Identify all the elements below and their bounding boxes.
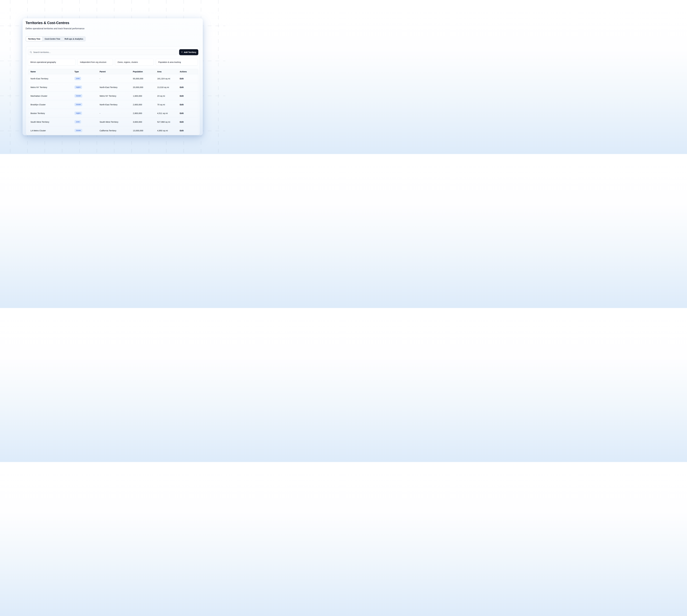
- edit-button[interactable]: Edit: [180, 104, 198, 106]
- search-icon: [30, 51, 32, 53]
- column-header-area: Area: [157, 70, 180, 73]
- type-badge-cluster: cluster: [74, 129, 82, 132]
- type-badge-region: region: [74, 86, 82, 89]
- cell-area: 23 sq mi: [157, 95, 180, 97]
- column-header-parent: Parent: [99, 70, 133, 73]
- column-header-name: Name: [30, 70, 74, 73]
- info-chip-mirrors-operational-geography: Mirrors operational geography: [28, 59, 75, 66]
- table-row-south-west-territory: South-West TerritoryzoneSouth-West Terri…: [28, 117, 198, 126]
- add-territory-label: Add Territory: [184, 51, 196, 53]
- cell-type: zone: [74, 77, 99, 80]
- type-badge-cluster: cluster: [74, 103, 82, 106]
- column-header-population: Population: [133, 70, 157, 73]
- cell-area: 70 sq mi: [157, 104, 180, 106]
- table-row-manhattan-cluster: Manhattan ClusterclusterMetro NY Territo…: [28, 91, 198, 100]
- add-territory-button[interactable]: + Add Territory: [179, 49, 198, 55]
- cell-area: 527,968 sq mi: [157, 121, 180, 123]
- edit-button[interactable]: Edit: [180, 95, 198, 97]
- type-badge-cluster: cluster: [74, 94, 82, 97]
- cell-name: Manhattan Cluster: [30, 95, 74, 97]
- tab-bar: Territory TreeCost-Centre TreeRoll-ups &…: [26, 36, 86, 42]
- cell-population: 1,600,000: [133, 95, 157, 97]
- cell-population: 2,800,000: [133, 112, 157, 114]
- cell-name: Metro NY Territory: [30, 86, 74, 88]
- edit-button[interactable]: Edit: [180, 121, 198, 123]
- search-box: [28, 49, 177, 55]
- cell-area: 4,511 sq mi: [157, 112, 180, 114]
- edit-button[interactable]: Edit: [180, 112, 198, 114]
- edit-button[interactable]: Edit: [180, 86, 198, 88]
- cell-type: cluster: [74, 129, 99, 132]
- cell-area: 13,318 sq mi: [157, 86, 180, 88]
- cell-population: 20,000,000: [133, 86, 157, 88]
- type-badge-zone: zone: [74, 77, 81, 80]
- table-row-brooklyn-cluster: Brooklyn ClusterclusterNorth-East Territ…: [28, 100, 198, 109]
- table-row-metro-ny-territory: Metro NY TerritoryregionNorth-East Terri…: [28, 83, 198, 91]
- cell-population: 55,000,000: [133, 78, 157, 80]
- cell-name: North-East Territory: [30, 78, 74, 80]
- table-row-north-east-territory: North-East Territoryzone-55,000,000181,3…: [28, 74, 198, 83]
- table-row-boston-territory: Boston Territoryregion-2,800,0004,511 sq…: [28, 109, 198, 117]
- cell-parent: California Territory: [99, 129, 133, 132]
- column-header-type: Type: [74, 70, 99, 73]
- cell-population: 13,000,000: [133, 129, 157, 132]
- page-title: Territories & Cost-Centres: [26, 21, 69, 25]
- cell-parent: Metro NY Territory: [99, 95, 133, 97]
- cell-parent: South-West Territory: [99, 121, 133, 123]
- cell-type: cluster: [74, 94, 99, 97]
- cell-parent: -: [99, 78, 133, 80]
- cell-area: 181,324 sq mi: [157, 78, 180, 80]
- info-chip-zones-regions-clusters: Zones, regions, clusters: [115, 59, 154, 66]
- search-input[interactable]: [33, 51, 176, 53]
- table-header: NameTypeParentPopulationAreaActions: [28, 69, 198, 74]
- edit-button[interactable]: Edit: [180, 129, 198, 132]
- cell-name: South-West Territory: [30, 121, 74, 123]
- table-body: North-East Territoryzone-55,000,000181,3…: [28, 74, 198, 135]
- cell-type: zone: [74, 120, 99, 124]
- cell-name: Brooklyn Cluster: [30, 104, 74, 106]
- tab-territory-tree[interactable]: Territory Tree: [26, 37, 42, 41]
- cell-name: LA Metro Cluster: [30, 129, 74, 132]
- territories-table: NameTypeParentPopulationAreaActions Nort…: [28, 69, 198, 135]
- tab-cost-centre-tree[interactable]: Cost-Centre Tree: [43, 37, 62, 41]
- type-badge-zone: zone: [74, 120, 81, 124]
- territory-panel: + Add Territory Mirrors operational geog…: [26, 46, 200, 135]
- cell-population: 3,600,000: [133, 121, 157, 123]
- cell-parent: North-East Territory: [99, 86, 133, 88]
- cell-area: 4,950 sq mi: [157, 129, 180, 132]
- page-subtitle: Define operational territories and track…: [26, 27, 85, 30]
- table-row-la-metro-cluster: LA Metro ClusterclusterCalifornia Territ…: [28, 126, 198, 135]
- info-chip-population-area-tracking: Population & area tracking: [156, 59, 198, 66]
- info-chip-independent-from-org-structure: Independent from org structure: [77, 59, 113, 66]
- cell-name: Boston Territory: [30, 112, 74, 114]
- grid-line-vertical: [218, 0, 219, 154]
- cell-parent: North-East Territory: [99, 104, 133, 106]
- cell-type: region: [74, 111, 99, 115]
- edit-button[interactable]: Edit: [180, 78, 198, 80]
- info-chips: Mirrors operational geographyIndependent…: [28, 59, 198, 66]
- column-header-actions: Actions: [180, 70, 198, 73]
- cell-parent: -: [99, 112, 133, 114]
- cell-type: region: [74, 86, 99, 89]
- plus-icon: +: [181, 51, 183, 53]
- territories-card: Territories & Cost-Centres Define operat…: [23, 18, 203, 135]
- cell-population: 2,600,000: [133, 104, 157, 106]
- type-badge-region: region: [74, 111, 82, 115]
- tab-roll-ups-analytics[interactable]: Roll-ups & Analytics: [63, 37, 85, 41]
- cell-type: cluster: [74, 103, 99, 106]
